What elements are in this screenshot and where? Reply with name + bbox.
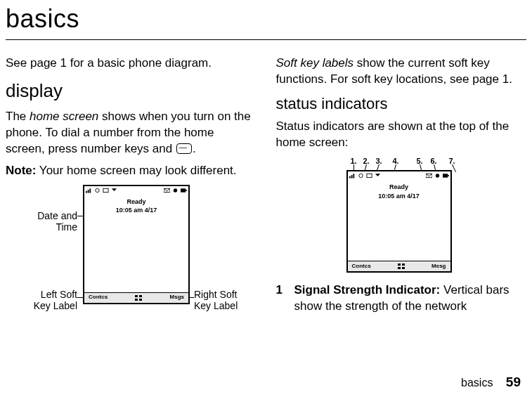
status-icon (366, 173, 372, 178)
svg-point-3 (96, 188, 99, 192)
status-bar (84, 186, 188, 195)
svg-rect-9 (135, 295, 138, 297)
status-icon (358, 173, 364, 178)
svg-point-6 (174, 188, 177, 192)
svg-rect-0 (86, 191, 87, 193)
callout-line1: Left Soft (13, 289, 77, 300)
svg-rect-2 (89, 188, 91, 193)
softkey-bar: Contcs Mesg (348, 261, 450, 271)
status-icons-left (86, 188, 117, 193)
left-softkey-label: Contcs (89, 294, 108, 301)
svg-rect-24 (398, 267, 401, 269)
battery-icon (181, 188, 187, 193)
list-number: 1 (276, 282, 294, 315)
note-label: Note: (6, 164, 36, 177)
svg-rect-8 (186, 190, 187, 191)
text: . (193, 142, 196, 155)
title-divider (6, 39, 526, 40)
intro-para: See page 1 for a basic phone diagram. (6, 56, 257, 72)
list-body: Signal Strength Indicator: Vertical bars… (294, 282, 527, 315)
svg-rect-10 (139, 295, 142, 297)
status-bar (348, 171, 450, 180)
svg-rect-13 (349, 176, 351, 178)
callout-line1: Date and (13, 210, 77, 221)
svg-rect-23 (402, 263, 405, 266)
callout-line2: Key Label (13, 300, 77, 311)
note-body: Your home screen may look different. (36, 164, 236, 177)
right-softkey-label: Mesg (432, 263, 446, 271)
svg-rect-22 (398, 263, 401, 266)
callout-line1: Right Soft (194, 289, 264, 300)
message-icon (164, 188, 170, 193)
softkey-para: Soft key labels show the current soft ke… (276, 56, 527, 88)
right-column: Soft key labels show the current soft ke… (276, 56, 527, 325)
ready-block: Ready 10:05 am 4/17 (84, 197, 188, 214)
page-footer: basics 59 (461, 375, 521, 390)
note-para: Note: Your home screen may look differen… (6, 163, 257, 179)
status-icon (94, 188, 100, 193)
svg-rect-20 (443, 174, 448, 178)
phone-diagram-left: Date and Time Left Soft Key Label Right … (6, 185, 257, 325)
callout-date-time: Date and Time (13, 210, 77, 233)
datetime-label: 10:05 am 4/17 (84, 206, 188, 214)
phone-screen: Ready 10:05 am 4/17 Contcs Msgs (83, 185, 190, 304)
status-icons-left (349, 173, 381, 178)
subsection-status-indicators: status indicators (276, 93, 527, 115)
status-icon (172, 188, 179, 193)
phone-diagram-right: 1. 2. 3. 4. 5. 6. 7. (276, 156, 527, 277)
svg-point-16 (358, 174, 362, 178)
status-icon (103, 188, 109, 193)
page-number: 59 (506, 375, 521, 389)
content-columns: See page 1 for a basic phone diagram. di… (0, 56, 532, 325)
datetime-label: 10:05 am 4/17 (348, 192, 450, 200)
status-icons-right (426, 173, 449, 178)
callout-line2: Time (13, 221, 77, 233)
svg-rect-12 (139, 299, 142, 301)
message-icon (426, 173, 432, 178)
right-softkey-label: Msgs (170, 294, 184, 301)
status-intro: Status indicators are shown at the top o… (276, 119, 527, 151)
list-label: Signal Strength Indicator: (294, 283, 441, 297)
home-screen-para: The home screen shows when you turn on t… (6, 109, 257, 157)
callout-right-softkey: Right Soft Key Label (194, 289, 264, 311)
send-key-icon (176, 143, 192, 154)
menu-icon (398, 263, 405, 269)
signal-icon (349, 173, 356, 178)
section-display: display (6, 79, 257, 103)
ready-label: Ready (84, 197, 188, 206)
signal-icon (86, 188, 92, 193)
svg-rect-25 (402, 267, 405, 269)
svg-rect-17 (366, 174, 371, 178)
battery-icon (443, 173, 449, 178)
svg-rect-14 (351, 176, 352, 179)
menu-icon (135, 295, 142, 301)
page-title: basics (0, 0, 532, 39)
list-item-1: 1 Signal Strength Indicator: Vertical ba… (276, 282, 527, 315)
left-column: See page 1 for a basic phone diagram. di… (6, 56, 257, 325)
softkey-bar: Contcs Msgs (84, 292, 188, 303)
status-icons-right (164, 188, 187, 193)
status-icon (375, 173, 381, 178)
phone-screen: Ready 10:05 am 4/17 Contcs Mesg (346, 170, 452, 273)
svg-rect-11 (135, 299, 138, 301)
svg-rect-7 (181, 188, 186, 192)
callout-line2: Key Label (194, 300, 264, 311)
status-icon (434, 173, 441, 178)
ready-block: Ready 10:05 am 4/17 (348, 183, 450, 200)
svg-rect-1 (88, 190, 89, 193)
callout-left-softkey: Left Soft Key Label (13, 289, 77, 311)
svg-point-19 (435, 174, 439, 178)
home-screen-term: home screen (30, 110, 98, 123)
ready-label: Ready (348, 183, 450, 191)
left-softkey-label: Contcs (352, 263, 371, 271)
status-icon (111, 188, 117, 193)
softkey-term: Soft key labels (276, 56, 354, 70)
footer-label: basics (461, 377, 493, 389)
svg-rect-15 (353, 174, 354, 178)
text: The (6, 110, 30, 123)
svg-rect-4 (103, 188, 108, 192)
svg-rect-21 (448, 176, 449, 177)
